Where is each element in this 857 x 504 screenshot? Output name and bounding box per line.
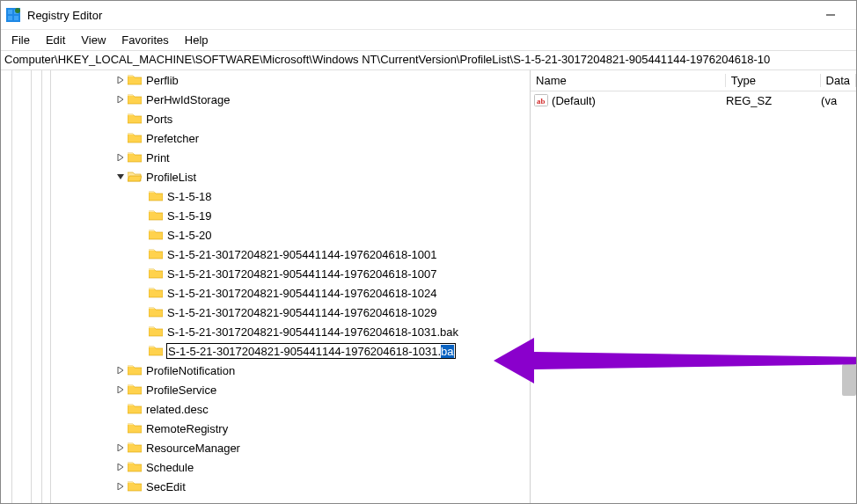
svg-rect-1 [8,10,12,14]
window-title: Registry Editor [27,9,810,22]
address-bar[interactable]: Computer\HKEY_LOCAL_MACHINE\SOFTWARE\Mic… [1,51,856,70]
tree-node[interactable]: S-1-5-21-3017204821-905441144-1976204618… [1,341,530,361]
rename-text: S-1-5-21-3017204821-905441144-1976204618… [168,345,441,358]
menu-edit[interactable]: Edit [39,32,72,48]
tree-node-label: S-1-5-21-3017204821-905441144-1976204618… [166,267,437,281]
tree-node-label: related.desc [145,402,209,417]
menubar: File Edit View Favorites Help [1,30,856,51]
window-controls [810,1,851,29]
folder-icon [149,306,163,318]
tree-node-label: Print [145,150,171,165]
value-data: (va [821,94,856,107]
tree-node-label: Perflib [145,73,179,88]
tree-node-label: S-1-5-21-3017204821-905441144-1976204618… [166,305,437,320]
value-name: (Default) [552,94,726,107]
values-pane[interactable]: Name Type Data ab(Default)REG_SZ(va [531,70,856,503]
registry-tree[interactable]: PerflibPerHwIdStoragePortsPrefetcherPrin… [1,70,530,496]
tree-node[interactable]: S-1-5-18 [1,186,530,206]
tree-node-label: S-1-5-18 [166,189,213,204]
tree-node[interactable]: Ports [1,109,530,128]
tree-node[interactable]: S-1-5-19 [1,206,530,225]
tree-node[interactable]: ProfileService [1,380,530,399]
regedit-app-icon [6,8,20,22]
folder-icon [128,113,142,125]
values-header[interactable]: Name Type Data [531,70,856,91]
tree-node[interactable]: S-1-5-21-3017204821-905441144-1976204618… [1,264,530,283]
tree-node[interactable]: Perflib [1,70,530,90]
expander-none [135,286,149,300]
svg-point-5 [15,8,20,13]
tree-node[interactable]: S-1-5-21-3017204821-905441144-1976204618… [1,245,530,264]
rename-edit-box[interactable]: S-1-5-21-3017204821-905441144-1976204618… [166,343,456,359]
tree-node-label: S-1-5-21-3017204821-905441144-1976204618… [166,247,437,262]
expander-closed-icon[interactable] [114,441,128,455]
tree-node[interactable]: S-1-5-21-3017204821-905441144-1976204618… [1,283,530,303]
tree-node[interactable]: ResourceManager [1,438,530,457]
folder-icon [149,190,163,202]
expander-closed-icon[interactable] [114,73,128,87]
tree-node-label: S-1-5-21-3017204821-905441144-1976204618… [166,286,437,301]
folder-icon [128,151,142,164]
expander-open-icon[interactable] [114,170,128,184]
expander-none [135,305,149,319]
svg-text:ab: ab [537,97,546,106]
minimize-button[interactable] [810,1,851,29]
values-list[interactable]: ab(Default)REG_SZ(va [531,91,856,503]
tree-node-label: S-1-5-21-3017204821-905441144-1976204618… [166,325,459,340]
content-area: PerflibPerHwIdStoragePortsPrefetcherPrin… [1,70,856,503]
expander-closed-icon[interactable] [114,92,128,106]
menu-help[interactable]: Help [178,32,216,48]
tree-node[interactable]: S-1-5-21-3017204821-905441144-1976204618… [1,303,530,322]
tree-node-label: PerHwIdStorage [145,92,231,107]
tree-node[interactable]: RemoteRegistry [1,419,530,438]
menu-view[interactable]: View [74,32,113,48]
tree-node[interactable]: ProfileList [1,167,530,186]
col-type[interactable]: Type [726,74,821,87]
tree-node[interactable]: PerHwIdStorage [1,90,530,109]
tree-node[interactable]: Prefetcher [1,128,530,148]
expander-closed-icon[interactable] [114,479,128,493]
expander-closed-icon[interactable] [114,150,128,164]
expander-none [114,131,128,145]
tree-node[interactable]: related.desc [1,399,530,419]
value-type: REG_SZ [726,94,821,107]
tree-node-label: ProfileList [145,170,197,185]
scrollbar-thumb[interactable] [842,364,856,396]
folder-icon [128,93,142,106]
folder-icon [128,364,142,376]
tree-node-label: Schedule [145,460,194,475]
menu-favorites[interactable]: Favorites [114,32,175,48]
tree-node[interactable]: Schedule [1,457,530,477]
folder-icon [128,383,142,396]
tree-node[interactable]: S-1-5-21-3017204821-905441144-1976204618… [1,322,530,341]
col-data[interactable]: Data [821,74,856,87]
tree-pane[interactable]: PerflibPerHwIdStoragePortsPrefetcherPrin… [1,70,531,503]
tree-node[interactable]: SecEdit [1,477,530,496]
expander-none [135,247,149,261]
registry-editor-window: Registry Editor File Edit View Favorites… [0,0,857,504]
folder-icon [149,267,163,280]
folder-icon [149,287,163,299]
expander-none [135,325,149,339]
value-row[interactable]: ab(Default)REG_SZ(va [531,91,856,109]
expander-none [114,112,128,126]
expander-closed-icon[interactable] [114,460,128,474]
expander-closed-icon[interactable] [114,363,128,377]
folder-icon [149,345,163,357]
folder-icon [149,209,163,222]
tree-node[interactable]: ProfileNotification [1,361,530,380]
expander-none [135,189,149,203]
folder-icon [128,403,142,415]
menu-file[interactable]: File [4,32,37,48]
titlebar[interactable]: Registry Editor [1,1,856,30]
svg-rect-3 [8,16,12,20]
rename-selection: ba [441,345,453,358]
expander-closed-icon[interactable] [114,383,128,397]
col-name[interactable]: Name [531,74,726,87]
tree-node-label: ResourceManager [145,441,241,456]
folder-icon [149,325,163,338]
tree-node[interactable]: Print [1,148,530,167]
expander-none [135,267,149,281]
tree-node-label: RemoteRegistry [145,421,229,436]
tree-node[interactable]: S-1-5-20 [1,225,530,245]
